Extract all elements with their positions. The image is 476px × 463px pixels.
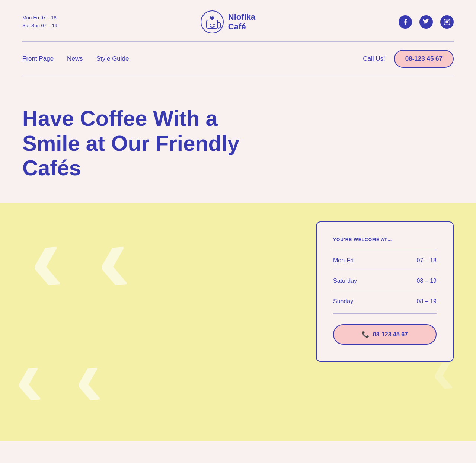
yellow-section: ‹ ‹ ‹ ‹ ‹ ‹ YOU'RE WELCOME AT… Mon-Fri 0…: [0, 203, 476, 441]
logo-icon: [201, 10, 224, 33]
instagram-icon[interactable]: [440, 15, 454, 29]
top-divider: [22, 41, 454, 42]
info-row-saturday: Saturday 08 – 19: [333, 271, 437, 291]
info-day-saturday: Saturday: [333, 278, 357, 284]
hero-section: Have Coffee With a Smile at Our Friendly…: [0, 76, 476, 203]
info-time-monFri: 07 – 18: [417, 257, 437, 264]
nav-front-page[interactable]: Front Page: [22, 55, 54, 63]
logo-link[interactable]: Niofika Café: [201, 10, 255, 33]
svg-point-3: [213, 24, 215, 25]
deco-chevron-2: ‹: [93, 209, 133, 309]
nav-style-guide[interactable]: Style Guide: [96, 55, 129, 63]
logo-text: Niofika Café: [228, 12, 255, 32]
hours-info: Mon-Fri 07 – 18 Sat-Sun 07 – 19: [22, 14, 57, 30]
svg-point-0: [201, 11, 223, 33]
nav-divider: [22, 76, 454, 77]
nav-links: Front Page News Style Guide: [22, 55, 129, 63]
info-phone-button[interactable]: 📞 08-123 45 67: [333, 324, 437, 345]
nav-news[interactable]: News: [67, 55, 83, 63]
info-time-sunday: 08 – 19: [417, 298, 437, 305]
top-bar: Mon-Fri 07 – 18 Sat-Sun 07 – 19 Niofika …: [0, 0, 476, 41]
deco-chevron-3: ‹: [12, 336, 46, 420]
info-card: YOU'RE WELCOME AT… Mon-Fri 07 – 18 Satur…: [316, 221, 454, 362]
phone-emoji-icon: 📞: [362, 331, 369, 338]
svg-point-8: [448, 20, 449, 21]
info-card-top-divider: [333, 250, 437, 250]
nav-bar: Front Page News Style Guide Call Us! 08-…: [0, 42, 476, 76]
deco-chevron-1: ‹: [26, 209, 66, 309]
deco-chevron-4: ‹: [71, 336, 105, 420]
social-icons: [399, 15, 454, 29]
weekday-hours: Mon-Fri 07 – 18: [22, 14, 57, 22]
info-phone-number: 08-123 45 67: [373, 331, 408, 338]
nav-right: Call Us! 08-123 45 67: [363, 50, 454, 68]
info-card-heading: YOU'RE WELCOME AT…: [333, 237, 437, 242]
hero-title: Have Coffee With a Smile at Our Friendly…: [22, 106, 261, 181]
info-day-monFri: Mon-Fri: [333, 257, 354, 264]
weekend-hours: Sat-Sun 07 – 19: [22, 22, 57, 30]
info-card-bottom-divider: [333, 313, 437, 314]
info-day-sunday: Sunday: [333, 298, 353, 305]
info-time-saturday: 08 – 19: [417, 278, 437, 284]
twitter-icon[interactable]: [419, 15, 433, 29]
info-row-monFri: Mon-Fri 07 – 18: [333, 250, 437, 271]
facebook-icon[interactable]: [399, 15, 412, 29]
call-us-label: Call Us!: [363, 55, 385, 63]
info-row-sunday: Sunday 08 – 19: [333, 291, 437, 312]
svg-point-2: [210, 24, 211, 25]
phone-button[interactable]: 08-123 45 67: [394, 50, 454, 68]
